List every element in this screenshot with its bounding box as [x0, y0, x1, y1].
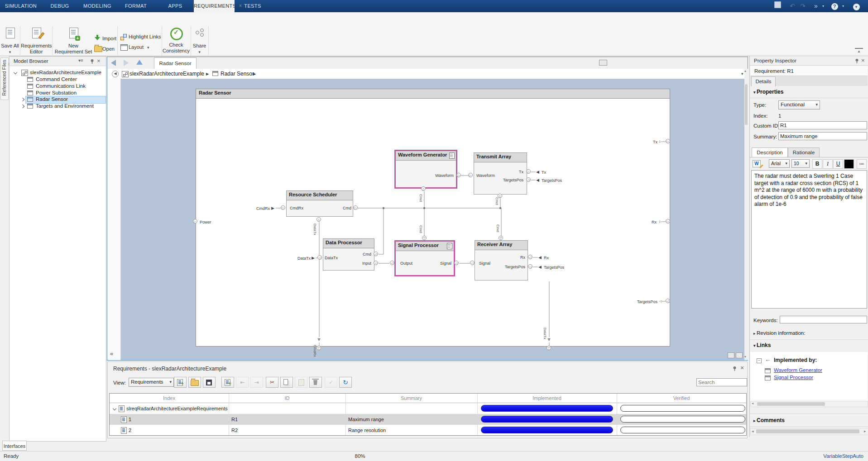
demote-requirement-icon[interactable]: ⇥	[250, 377, 263, 388]
boundary-port-left-icon[interactable]	[538, 265, 542, 269]
bottom-port-icon[interactable]	[317, 337, 321, 342]
breadcrumb-current[interactable]: Radar Sensor	[221, 71, 254, 77]
zoom-widget-icon[interactable]	[728, 352, 734, 358]
save-all-button[interactable]: Save All	[0, 43, 20, 55]
tree-item-communications-link[interactable]: Communications Link	[10, 83, 86, 90]
pin-icon[interactable]	[733, 366, 737, 371]
open-requirement-set-icon[interactable]	[188, 377, 201, 388]
chevron-right-icon[interactable]	[21, 105, 24, 108]
breadcrumb-arrow-icon[interactable]: ▶	[206, 72, 209, 76]
port-icon[interactable]	[390, 261, 394, 265]
tab-apps[interactable]: APPS	[164, 0, 187, 12]
column-header-verified[interactable]: Verified	[617, 394, 746, 403]
scroll-down-icon[interactable]: ▾	[744, 355, 746, 359]
tab-description[interactable]: Description	[752, 147, 788, 157]
bottom-port-icon[interactable]	[547, 337, 551, 342]
redo-icon[interactable]: ↷	[798, 1, 807, 11]
add-requirement-icon[interactable]: +	[221, 377, 234, 388]
port-icon[interactable]	[317, 255, 322, 260]
interfaces-tab[interactable]: Interfaces	[2, 441, 27, 451]
port-icon[interactable]	[528, 255, 532, 259]
port-icon[interactable]	[374, 261, 378, 265]
help-dropdown-icon[interactable]: ▾	[840, 1, 846, 11]
more-shortcuts-icon[interactable]: »	[810, 1, 821, 11]
italic-button[interactable]: I	[823, 159, 833, 169]
port-icon[interactable]	[317, 217, 321, 222]
refresh-icon[interactable]: ↻	[339, 377, 352, 388]
save-requirement-set-icon[interactable]	[203, 377, 216, 388]
boundary-port-left-icon[interactable]	[536, 178, 539, 182]
close-icon[interactable]: ×	[740, 364, 744, 371]
description-textarea[interactable]: The radar must detect a Swerling 1 Case …	[751, 170, 867, 309]
pin-icon[interactable]	[855, 58, 859, 64]
breadcrumb-arrow-icon[interactable]: ▶	[253, 72, 256, 76]
table-row-group[interactable]: slreqRadarArchitectureExampleRequirement…	[110, 403, 746, 414]
up-icon[interactable]	[136, 60, 143, 65]
tree-item-command-center[interactable]: Command Center	[10, 76, 77, 83]
tab-modeling[interactable]: MODELING	[82, 0, 112, 12]
bottom-port-icon[interactable]	[317, 346, 321, 350]
word-edit-icon[interactable]: W	[753, 160, 761, 167]
help-icon[interactable]: ?	[830, 1, 839, 11]
canvas-vertical-scrollbar[interactable]: ▴ ▾	[744, 69, 748, 360]
tab-details[interactable]: Details	[751, 76, 776, 86]
paste-icon[interactable]	[295, 377, 307, 388]
port-icon[interactable]	[374, 252, 378, 256]
links-horizontal-scrollbar[interactable]: ◂	[750, 401, 868, 407]
chevron-down-icon[interactable]	[113, 407, 116, 410]
collapse-palette-icon[interactable]: «	[110, 350, 113, 357]
block-resource-scheduler[interactable]: Resource Scheduler	[286, 190, 353, 217]
delete-icon[interactable]	[309, 377, 322, 388]
tab-tests[interactable]: TESTS	[241, 0, 264, 12]
port-icon[interactable]	[456, 173, 461, 177]
port-icon[interactable]	[528, 264, 532, 269]
block-signal-processor[interactable]: Signal Processor	[394, 240, 455, 276]
block-receiver-array[interactable]: Receiver Array	[475, 240, 528, 280]
tab-requirements[interactable]: REQUIREMENTS×	[194, 0, 235, 12]
scroll-left-icon[interactable]: ◂	[752, 429, 754, 433]
boundary-port-targetspos[interactable]	[666, 299, 670, 303]
pin-icon[interactable]	[90, 59, 94, 64]
boundary-port-tx[interactable]	[666, 139, 670, 143]
properties-section-header[interactable]: Properties	[753, 89, 783, 95]
shortcuts-dropdown-icon[interactable]: ▾	[820, 1, 826, 11]
underline-button[interactable]: U	[833, 159, 843, 169]
scroll-up-icon[interactable]: ▴	[744, 69, 746, 73]
port-icon[interactable]	[526, 177, 531, 182]
link-waveform-generator[interactable]: Waveform Generator	[774, 367, 822, 373]
layout-button[interactable]: Layout	[120, 44, 161, 51]
list-button[interactable]: ≔	[857, 159, 867, 169]
port-icon[interactable]	[470, 261, 475, 265]
minimize-toolstrip-icon[interactable]: ▼	[852, 1, 860, 11]
boundary-port-left-icon[interactable]	[538, 255, 542, 260]
column-header-index[interactable]: Index	[110, 394, 229, 403]
panel-menu-icon[interactable]: ▾≡	[78, 58, 83, 63]
column-header-implemented[interactable]: Implemented	[477, 394, 617, 403]
scroll-right-icon[interactable]: ▸	[864, 429, 866, 433]
summary-input[interactable]	[778, 132, 867, 140]
boundary-port-right-icon[interactable]	[271, 206, 274, 210]
column-header-summary[interactable]: Summary	[345, 394, 477, 403]
port-icon[interactable]	[422, 236, 427, 240]
port-icon[interactable]	[499, 236, 503, 240]
comments-section-header[interactable]: Comments	[753, 417, 785, 423]
back-icon[interactable]	[111, 60, 116, 66]
highlight-links-button[interactable]: Highlight Links	[120, 34, 161, 40]
copy-icon[interactable]	[280, 377, 293, 388]
open-button[interactable]: Open	[94, 46, 117, 52]
breadcrumb-root[interactable]: slexRadarArchitectureExample	[129, 71, 204, 77]
bottom-port-icon[interactable]	[547, 346, 551, 350]
custom-id-input[interactable]	[778, 121, 867, 129]
close-icon[interactable]: ×	[97, 57, 101, 64]
table-row-r1[interactable]: 1 R1 Maximum range	[110, 414, 746, 425]
new-requirement-set-icon[interactable]: +	[174, 377, 187, 388]
radar-sensor-container[interactable]: Radar Sensor	[196, 89, 670, 347]
tree-item-targets-environment[interactable]: Targets and Environment	[10, 103, 94, 109]
boundary-port-right-icon[interactable]	[312, 256, 315, 260]
block-waveform-generator[interactable]: Waveform Generator	[394, 150, 457, 189]
tab-format[interactable]: FORMAT	[122, 0, 149, 12]
view-select[interactable]: Requirements	[129, 378, 174, 387]
tree-item-radar-sensor[interactable]: Radar Sensor	[10, 96, 68, 103]
search-input[interactable]	[696, 378, 747, 386]
referenced-files-tab[interactable]: Referenced Files	[0, 57, 9, 100]
